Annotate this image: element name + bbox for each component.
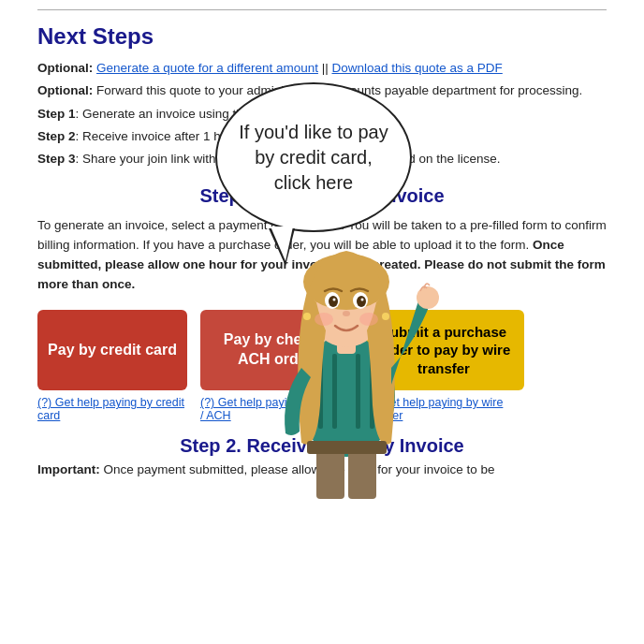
page-container: Next Steps Optional: Generate a quote fo… [0,0,644,499]
svg-point-21 [303,313,311,320]
svg-point-17 [417,286,439,309]
svg-point-12 [333,299,336,301]
svg-point-13 [361,299,364,301]
optional-label-1: Optional: [37,61,93,75]
generate-quote-link[interactable]: Generate a quote for a different amount [96,61,318,75]
help-credit-card-link[interactable]: (?) Get help paying by credit card [37,396,184,422]
speech-bubble-container[interactable]: If you'd like to pay by credit card, cli… [215,82,412,232]
svg-point-22 [382,313,389,320]
svg-point-16 [359,313,378,326]
step1-label: Step 1 [37,107,76,121]
speech-bubble-text: If you'd like to pay by credit card, cli… [234,120,393,196]
svg-point-11 [357,296,366,307]
download-pdf-link[interactable]: Download this quote as a PDF [331,61,502,75]
svg-rect-3 [356,354,360,429]
optional-label-2: Optional: [37,83,93,97]
svg-point-15 [315,313,333,326]
pay-credit-card-button[interactable]: Pay by credit card [37,310,187,391]
optional-line-1: Optional: Generate a quote for a differe… [37,59,607,78]
page-title: Next Steps [37,23,607,50]
svg-rect-2 [332,354,337,429]
step3-label: Step 3 [37,152,76,166]
help-credit-card-cell: (?) Get help paying by credit card [37,396,187,422]
important-label: Important: [37,462,100,476]
step2-label: Step 2 [37,129,76,143]
svg-rect-20 [307,441,387,454]
svg-point-10 [329,296,338,307]
speech-bubble[interactable]: If you'd like to pay by credit card, cli… [215,82,412,232]
separator: || [322,61,332,75]
svg-point-14 [343,311,350,316]
top-divider [37,9,607,10]
